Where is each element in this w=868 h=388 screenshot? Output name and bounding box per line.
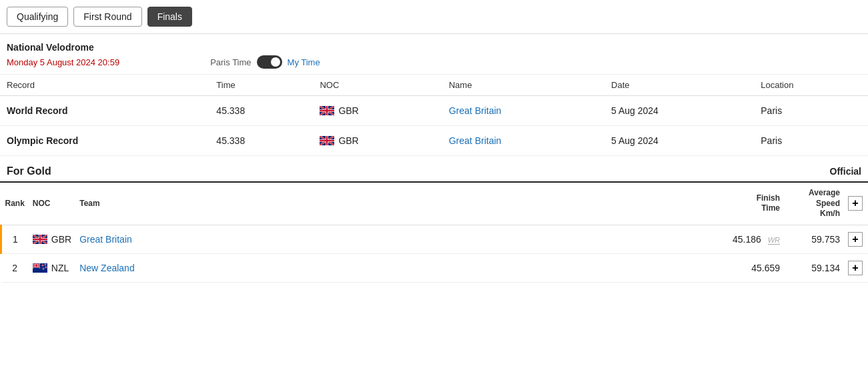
paris-time-label: Paris Time (210, 57, 251, 67)
col-rank: Rank (1, 183, 29, 225)
venue-section: National Velodrome Monday 5 August 2024 … (0, 34, 868, 75)
result-row-1: 1 GBR Great Britain 45.186 (1, 225, 869, 253)
col-team: Team (75, 183, 195, 225)
record-time: 45.338 (209, 96, 313, 126)
record-type: Olympic Record (0, 126, 209, 156)
team-link[interactable]: New Zealand (79, 263, 135, 273)
record-holder: Great Britain (442, 96, 604, 126)
noc-code-result: NZL (51, 263, 69, 273)
record-location: Paris (754, 126, 868, 156)
expand-all-button[interactable]: + (848, 196, 863, 211)
svg-point-5 (42, 265, 43, 266)
col-spacer (195, 183, 596, 225)
avg-speed-cell: 59.753 (784, 225, 844, 253)
record-noc: GBR (313, 96, 442, 126)
record-holder: Great Britain (442, 126, 604, 156)
col-noc: NOC (313, 75, 442, 96)
rank-cell: 1 (1, 225, 29, 253)
records-table: Record Time NOC Name Date Location World… (0, 75, 868, 156)
for-gold-header: For Gold Official (0, 156, 868, 183)
time-toggle-switch[interactable] (257, 55, 282, 69)
col-avg-speed: Average Speed Km/h (784, 183, 844, 225)
record-location: Paris (754, 96, 868, 126)
expand-row-button[interactable]: + (848, 261, 863, 275)
col-finish-time: Finish Time (596, 183, 784, 225)
spacer-cell (195, 225, 596, 253)
gbr-flag-icon (320, 136, 334, 145)
col-expand: + (844, 183, 868, 225)
noc-cell: GBR (29, 225, 75, 253)
col-date: Date (604, 75, 754, 96)
team-cell: Great Britain (75, 225, 195, 253)
nzl-flag-icon (33, 263, 47, 273)
col-name: Name (442, 75, 604, 96)
finish-time-value: 45.186 (733, 234, 761, 245)
wr-badge: WR (768, 236, 780, 245)
col-noc: NOC (29, 183, 75, 225)
team-cell: New Zealand (75, 253, 195, 282)
record-date: 5 Aug 2024 (604, 96, 754, 126)
record-holder-link[interactable]: Great Britain (449, 105, 502, 116)
event-date: Monday 5 August 2024 20:59 (7, 57, 119, 67)
col-location: Location (754, 75, 868, 96)
svg-point-6 (45, 264, 46, 265)
noc-code: GBR (338, 135, 358, 146)
noc-code-result: GBR (51, 234, 71, 245)
rank-cell: 2 (1, 253, 29, 282)
expand-cell: + (844, 225, 868, 253)
record-date: 5 Aug 2024 (604, 126, 754, 156)
finish-time-cell: 45.659 (596, 253, 784, 282)
time-toggle-container: Paris Time My Time (210, 55, 320, 69)
top-navigation: Qualifying First Round Finals (0, 0, 868, 34)
official-label: Official (830, 166, 861, 177)
gbr-flag-result-icon (33, 235, 47, 244)
table-row: World Record 45.338 GBR Great Britain (0, 96, 868, 126)
col-time: Time (209, 75, 313, 96)
noc-code: GBR (338, 105, 358, 116)
section-title: For Gold (7, 165, 51, 177)
tab-first-round[interactable]: First Round (73, 7, 141, 27)
col-record: Record (0, 75, 209, 96)
spacer-cell (195, 253, 596, 282)
svg-point-7 (45, 267, 47, 268)
my-time-label: My Time (288, 57, 320, 67)
team-link[interactable]: Great Britain (79, 234, 132, 245)
gbr-flag-icon (320, 106, 334, 115)
expand-cell: + (844, 253, 868, 282)
result-row-2: 2 NZL (1, 253, 869, 282)
venue-name: National Velodrome (7, 42, 861, 53)
tab-finals[interactable]: Finals (147, 7, 192, 27)
tab-qualifying[interactable]: Qualifying (7, 7, 68, 27)
expand-row-button[interactable]: + (848, 232, 863, 247)
finish-time-cell: 45.186 WR (596, 225, 784, 253)
record-noc: GBR (313, 126, 442, 156)
table-row: Olympic Record 45.338 GBR Great Britain (0, 126, 868, 156)
record-time: 45.338 (209, 126, 313, 156)
avg-speed-cell: 59.134 (784, 253, 844, 282)
results-table: Rank NOC Team Finish Time Average Speed … (0, 183, 868, 283)
noc-cell: NZL (29, 253, 75, 282)
record-holder-link[interactable]: Great Britain (449, 135, 502, 146)
record-type: World Record (0, 96, 209, 126)
svg-point-8 (43, 268, 44, 269)
